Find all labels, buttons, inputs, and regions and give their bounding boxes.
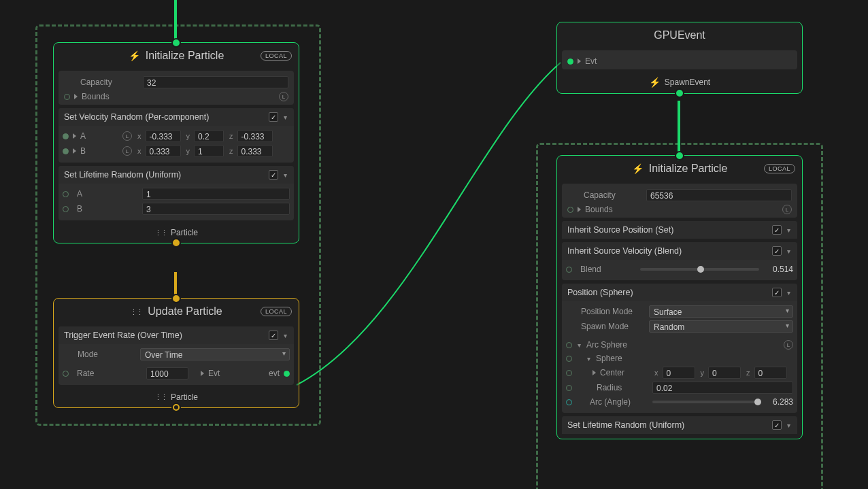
chevron-down-icon[interactable]: ▾ [786, 248, 792, 255]
enable-checkbox[interactable]: ✓ [772, 225, 782, 235]
node-title: Update Particle [148, 305, 222, 318]
chevron-down-icon[interactable]: ▾ [282, 114, 288, 121]
enable-checkbox[interactable]: ✓ [269, 170, 278, 180]
link-badge[interactable]: L [279, 92, 288, 101]
enable-checkbox[interactable]: ✓ [772, 246, 782, 256]
chevron-down-icon[interactable]: ▾ [786, 422, 792, 429]
arc-sphere-label: Arc Sphere [586, 340, 627, 350]
label-a: A [77, 189, 138, 199]
node-update-particle[interactable]: Update Particle LOCAL Trigger Event Rate… [53, 298, 299, 408]
port[interactable] [566, 370, 572, 376]
node-initialize-particle-2[interactable]: Initialize Particle LOCAL Capacity 65536… [556, 155, 803, 439]
spawn-mode-select[interactable]: Random [649, 320, 793, 333]
expand-icon[interactable] [592, 370, 596, 375]
particle-icon [154, 228, 167, 237]
port[interactable] [63, 133, 69, 139]
port-out-bottom[interactable] [676, 90, 683, 97]
capacity-label: Capacity [584, 190, 642, 200]
arc-slider[interactable] [652, 401, 758, 403]
spawn-mode-label: Spawn Mode [581, 322, 645, 331]
vel-by[interactable]: 1 [194, 145, 224, 157]
center-z[interactable]: 0 [754, 367, 787, 379]
port-out-bottom[interactable] [173, 404, 180, 411]
axis-y: y [186, 132, 190, 140]
expand-icon[interactable] [578, 207, 581, 212]
port[interactable] [566, 342, 572, 348]
node-title: GPUEvent [654, 29, 705, 41]
label-b: B [77, 204, 138, 214]
node-gpuevent[interactable]: GPUEvent Evt SpawnEvent [556, 22, 803, 94]
rate-port[interactable] [63, 371, 69, 377]
expand-icon[interactable] [73, 133, 76, 139]
port[interactable] [63, 206, 69, 212]
center-x[interactable]: 0 [663, 367, 695, 379]
evt-out-port[interactable] [284, 371, 290, 377]
axis-z: z [746, 369, 750, 377]
chevron-down-icon[interactable]: ▾ [786, 289, 792, 297]
port-out-bottom[interactable] [173, 239, 180, 246]
position-mode-select[interactable]: Surface [649, 305, 793, 318]
center-label: Center [600, 368, 649, 377]
radius-field[interactable]: 0.02 [652, 382, 793, 394]
bounds-port[interactable] [567, 207, 573, 213]
rate-field[interactable]: 1000 [146, 367, 188, 380]
sphere-label: Sphere [596, 354, 622, 363]
enable-checkbox[interactable]: ✓ [772, 288, 782, 297]
bolt-icon [129, 50, 140, 62]
port[interactable] [63, 148, 69, 154]
local-badge: LOCAL [261, 51, 292, 61]
blend-port[interactable] [566, 267, 572, 273]
chevron-down-icon[interactable]: ▾ [576, 341, 582, 349]
mode-value: Over Time [145, 350, 182, 360]
link-badge[interactable]: L [122, 131, 132, 141]
port[interactable] [566, 385, 572, 391]
port-in-top[interactable] [173, 39, 180, 46]
port[interactable] [63, 191, 69, 197]
block-title: Position (Sphere) [567, 288, 633, 297]
evt-out-label: evt [269, 369, 280, 378]
port[interactable] [566, 399, 572, 405]
particle-icon [154, 392, 167, 402]
evt-label: Evt [585, 56, 597, 66]
port-in-top[interactable] [676, 152, 683, 159]
chevron-down-icon[interactable]: ▾ [282, 332, 288, 339]
footer-label: Particle [171, 228, 198, 237]
arc-label: Arc (Angle) [590, 397, 648, 407]
arrow-icon [578, 58, 581, 64]
expand-icon[interactable] [74, 94, 78, 99]
life-b[interactable]: 3 [142, 203, 290, 215]
center-y[interactable]: 0 [708, 367, 741, 379]
enable-checkbox[interactable]: ✓ [269, 331, 278, 340]
capacity-field[interactable]: 32 [143, 76, 288, 88]
node-initialize-particle-1[interactable]: Initialize Particle LOCAL Capacity 32 Bo… [53, 42, 299, 243]
blend-value: 0.514 [763, 265, 793, 274]
radius-label: Radius [597, 383, 648, 392]
chevron-down-icon[interactable]: ▾ [586, 355, 592, 362]
life-a[interactable]: 1 [142, 188, 290, 200]
enable-checkbox[interactable]: ✓ [269, 112, 278, 122]
port-in-top[interactable] [173, 295, 180, 302]
rate-label: Rate [77, 369, 142, 378]
vel-ax[interactable]: -0.333 [146, 130, 181, 142]
bolt-icon [632, 163, 644, 175]
vel-ay[interactable]: 0.2 [194, 130, 224, 142]
link-badge[interactable]: L [122, 146, 132, 156]
link-badge[interactable]: L [784, 340, 793, 350]
capacity-field[interactable]: 65536 [646, 189, 792, 201]
vel-bz[interactable]: 0.333 [237, 145, 273, 157]
port[interactable] [566, 356, 572, 362]
bounds-port[interactable] [64, 94, 70, 100]
evt-port[interactable] [567, 58, 573, 65]
chevron-down-icon[interactable]: ▾ [786, 226, 792, 234]
expand-icon[interactable] [73, 148, 76, 154]
block-title: Set Lifetime Random (Uniform) [567, 420, 684, 430]
chevron-down-icon[interactable]: ▾ [282, 171, 288, 179]
blend-slider[interactable] [640, 268, 759, 271]
enable-checkbox[interactable]: ✓ [772, 420, 782, 430]
vel-az[interactable]: -0.333 [237, 130, 273, 142]
arrow-icon [201, 371, 204, 376]
mode-select[interactable]: Over Time [140, 348, 290, 360]
block-title: Inherit Source Position (Set) [567, 225, 673, 235]
link-badge[interactable]: L [782, 205, 792, 214]
vel-bx[interactable]: 0.333 [146, 145, 181, 157]
